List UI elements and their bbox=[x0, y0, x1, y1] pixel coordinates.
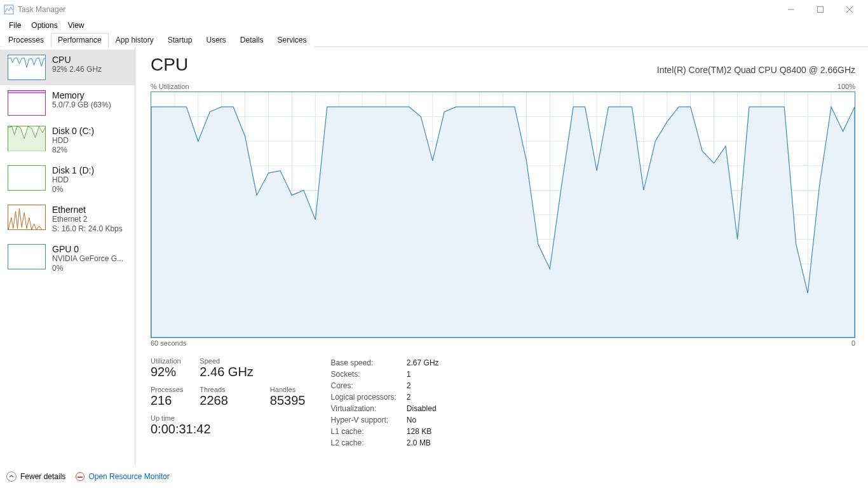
sidebar-item-gpu[interactable]: GPU 0 NVIDIA GeForce G... 0% bbox=[0, 239, 135, 278]
sidebar-eth-title: Ethernet bbox=[52, 205, 123, 215]
app-icon bbox=[4, 4, 14, 15]
sidebar-disk0-sub2: 82% bbox=[52, 146, 94, 155]
sidebar-disk0-title: Disk 0 (C:) bbox=[52, 126, 94, 136]
sidebar: CPU 92% 2.46 GHz Memory 5.0/7.9 GB (63%) bbox=[0, 47, 135, 465]
titlebar: Task Manager bbox=[0, 0, 868, 19]
sidebar-disk0-sub1: HDD bbox=[52, 136, 94, 146]
cpu-utilization-chart[interactable] bbox=[151, 92, 855, 338]
tab-startup[interactable]: Startup bbox=[161, 33, 200, 47]
content: CPU Intel(R) Core(TM)2 Quad CPU Q8400 @ … bbox=[135, 47, 868, 465]
fewer-details-button[interactable]: Fewer details bbox=[6, 471, 65, 482]
stat-uptime: Up time 0:00:31:42 bbox=[151, 414, 305, 437]
disk0-thumb-icon bbox=[8, 126, 46, 151]
sidebar-item-disk0[interactable]: Disk 0 (C:) HDD 82% bbox=[0, 121, 135, 160]
sidebar-eth-sub1: Ethernet 2 bbox=[52, 215, 123, 224]
axis-top-left: % Utilization bbox=[151, 83, 189, 90]
tab-performance[interactable]: Performance bbox=[51, 33, 109, 47]
open-resource-monitor-link[interactable]: Open Resource Monitor bbox=[76, 472, 169, 481]
gpu-thumb-icon bbox=[8, 244, 46, 269]
sidebar-gpu-sub2: 0% bbox=[52, 264, 123, 273]
axis-bot-right: 0 bbox=[851, 339, 855, 347]
axis-top-right: 100% bbox=[837, 83, 855, 90]
tab-details[interactable]: Details bbox=[233, 33, 271, 47]
sidebar-disk1-sub1: HDD bbox=[52, 175, 94, 185]
stats-right: Base speed:2.67 GHz Sockets:1 Cores:2 Lo… bbox=[330, 357, 449, 449]
stat-threads: Threads 2268 bbox=[200, 386, 253, 408]
footer: Fewer details Open Resource Monitor bbox=[0, 465, 868, 488]
minimize-button[interactable] bbox=[776, 0, 806, 19]
sidebar-disk1-title: Disk 1 (D:) bbox=[52, 165, 94, 175]
sidebar-item-ethernet[interactable]: Ethernet Ethernet 2 S: 16.0 R: 24.0 Kbps bbox=[0, 200, 135, 239]
tab-app-history[interactable]: App history bbox=[109, 33, 161, 47]
stat-speed: Speed 2.46 GHz bbox=[200, 357, 253, 379]
ethernet-thumb-icon bbox=[8, 205, 46, 230]
disk1-thumb-icon bbox=[8, 165, 46, 191]
tab-users[interactable]: Users bbox=[199, 33, 233, 47]
chevron-up-icon bbox=[6, 471, 17, 482]
sidebar-memory-title: Memory bbox=[52, 90, 111, 100]
maximize-button[interactable] bbox=[806, 0, 835, 19]
memory-thumb-icon bbox=[8, 90, 46, 116]
stats-left: Utilization 92% Speed 2.46 GHz Processes… bbox=[151, 357, 305, 449]
stat-utilization: Utilization 92% bbox=[151, 357, 183, 379]
sidebar-item-disk1[interactable]: Disk 1 (D:) HDD 0% bbox=[0, 160, 135, 200]
menu-file[interactable]: File bbox=[5, 20, 25, 31]
sidebar-gpu-sub1: NVIDIA GeForce G... bbox=[52, 254, 123, 264]
page-title: CPU bbox=[151, 55, 188, 75]
close-button[interactable] bbox=[835, 0, 864, 19]
sidebar-gpu-title: GPU 0 bbox=[52, 244, 123, 254]
cpu-thumb-icon bbox=[8, 55, 46, 80]
resource-monitor-icon bbox=[76, 472, 85, 481]
sidebar-item-memory[interactable]: Memory 5.0/7.9 GB (63%) bbox=[0, 85, 135, 121]
menu-view[interactable]: View bbox=[64, 20, 88, 31]
svg-rect-2 bbox=[818, 7, 824, 13]
stat-processes: Processes 216 bbox=[151, 386, 183, 408]
sidebar-cpu-sub: 92% 2.46 GHz bbox=[52, 65, 102, 74]
sidebar-memory-sub: 5.0/7.9 GB (63%) bbox=[52, 100, 111, 110]
sidebar-cpu-title: CPU bbox=[52, 55, 102, 65]
menu-options[interactable]: Options bbox=[27, 20, 61, 31]
sidebar-eth-sub2: S: 16.0 R: 24.0 Kbps bbox=[52, 224, 123, 234]
sidebar-disk1-sub2: 0% bbox=[52, 185, 94, 194]
cpu-model-label: Intel(R) Core(TM)2 Quad CPU Q8400 @ 2.66… bbox=[657, 65, 855, 75]
window-title: Task Manager bbox=[18, 5, 65, 14]
stat-handles: Handles 85395 bbox=[270, 386, 306, 408]
axis-bot-left: 60 seconds bbox=[151, 339, 186, 347]
tabstrip: Processes Performance App history Startu… bbox=[0, 32, 868, 47]
main: CPU 92% 2.46 GHz Memory 5.0/7.9 GB (63%) bbox=[0, 47, 868, 465]
menubar: File Options View bbox=[0, 19, 868, 32]
tab-services[interactable]: Services bbox=[271, 33, 314, 47]
sidebar-item-cpu[interactable]: CPU 92% 2.46 GHz bbox=[0, 50, 135, 85]
tab-processes[interactable]: Processes bbox=[1, 33, 51, 47]
